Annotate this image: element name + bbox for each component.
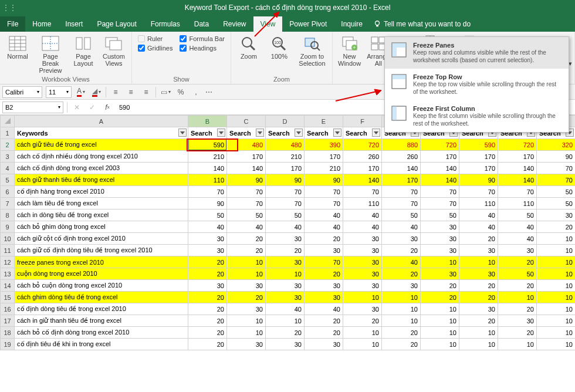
cell[interactable]: 10: [266, 268, 305, 280]
cell[interactable]: 30: [266, 280, 305, 292]
cell[interactable]: 10: [459, 339, 498, 350]
cell[interactable]: 70: [537, 174, 576, 186]
cell[interactable]: 70: [188, 186, 227, 198]
table-row[interactable]: 9cách bỏ ghim dòng trong excel4040404040…: [1, 221, 576, 233]
cell[interactable]: cách bỏ cố định dòng trong excel 2010: [15, 327, 188, 339]
cell[interactable]: cố định dòng tiêu đề trong excel 2010: [15, 303, 188, 315]
cell[interactable]: 20: [305, 327, 343, 339]
freeze-panes-item[interactable]: Freeze PanesKeep rows and columns visibl…: [385, 37, 569, 69]
cell[interactable]: 20: [305, 268, 343, 280]
cell[interactable]: 140: [498, 163, 537, 174]
cell[interactable]: 10: [459, 327, 498, 339]
tab-view[interactable]: View: [253, 16, 283, 32]
percent-button[interactable]: %: [175, 86, 187, 98]
cell[interactable]: cách giữ cố định dòng tiêu đề trong exce…: [15, 245, 188, 256]
cell[interactable]: 110: [188, 174, 227, 186]
freeze-top-row-item[interactable]: Freeze Top RowKeep the top row visible w…: [385, 69, 569, 100]
table-row[interactable]: 6cố định hàng trong excel 20107070707070…: [1, 186, 576, 198]
cell[interactable]: 40: [343, 209, 382, 221]
cell[interactable]: 20: [498, 303, 537, 315]
cell[interactable]: 70: [343, 186, 382, 198]
cell[interactable]: 110: [459, 198, 498, 209]
row-header[interactable]: 12: [1, 256, 15, 268]
cell[interactable]: 70: [382, 198, 421, 209]
table-row[interactable]: 7cách làm tiêu đề trong excel90707070110…: [1, 198, 576, 209]
table-row[interactable]: 13cuộn dòng trong excel 2010201010203020…: [1, 268, 576, 280]
row-header[interactable]: 15: [1, 292, 15, 303]
cell[interactable]: 30: [227, 303, 266, 315]
cell[interactable]: 30: [305, 280, 343, 292]
cell[interactable]: 110: [343, 198, 382, 209]
cell[interactable]: 20: [459, 315, 498, 327]
table-row[interactable]: 5cách giữ thanh tiêu đề trong excel11090…: [1, 174, 576, 186]
cell[interactable]: 30: [459, 268, 498, 280]
cell[interactable]: 10: [382, 315, 421, 327]
cell[interactable]: 70: [382, 186, 421, 198]
cell[interactable]: 140: [421, 174, 459, 186]
cell[interactable]: 170: [266, 163, 305, 174]
cell[interactable]: 170: [343, 163, 382, 174]
cell[interactable]: 10: [537, 280, 576, 292]
cell[interactable]: 40: [305, 303, 343, 315]
cell[interactable]: 50: [537, 198, 576, 209]
comma-button[interactable]: ,: [190, 86, 202, 98]
cell[interactable]: cách ghim dòng tiêu đề trong excel: [15, 292, 188, 303]
tab-formulas[interactable]: Formulas: [144, 16, 187, 32]
cell[interactable]: 720: [343, 139, 382, 151]
tab-inquire[interactable]: Inquire: [334, 16, 370, 32]
cell[interactable]: 20: [188, 292, 227, 303]
cell[interactable]: 10: [537, 245, 576, 256]
cell[interactable]: 40: [188, 221, 227, 233]
zoom-100-button[interactable]: 100 100%: [265, 34, 293, 60]
fill-color-button[interactable]: ◢▾: [90, 86, 102, 98]
cell[interactable]: 10: [459, 256, 498, 268]
cell[interactable]: 10: [343, 292, 382, 303]
cell[interactable]: 10: [537, 303, 576, 315]
tab-home[interactable]: Home: [25, 16, 58, 32]
cell[interactable]: 20: [382, 268, 421, 280]
spreadsheet-grid[interactable]: A B C D E F G H I J K 1KeywordsSearchSea…: [0, 115, 575, 350]
align-right-button[interactable]: ≡: [140, 86, 152, 98]
cell[interactable]: 70: [266, 186, 305, 198]
cell[interactable]: 10: [498, 292, 537, 303]
zoom-button[interactable]: Zoom: [235, 34, 263, 60]
cell[interactable]: 20: [266, 327, 305, 339]
cell[interactable]: 30: [305, 292, 343, 303]
cell[interactable]: 40: [266, 303, 305, 315]
table-row[interactable]: 15cách ghim dòng tiêu đề trong excel2020…: [1, 292, 576, 303]
cell[interactable]: 40: [382, 256, 421, 268]
cell[interactable]: 70: [421, 198, 459, 209]
fx-button[interactable]: fx: [102, 102, 113, 113]
tab-insert[interactable]: Insert: [58, 16, 90, 32]
filter-button[interactable]: [178, 129, 187, 137]
cell[interactable]: 20: [382, 245, 421, 256]
cell[interactable]: 40: [305, 221, 343, 233]
cell[interactable]: 10: [537, 268, 576, 280]
cell[interactable]: 480: [227, 139, 266, 151]
cell[interactable]: 90: [305, 174, 343, 186]
cancel-entry-button[interactable]: ✕: [71, 102, 83, 113]
cell[interactable]: cách cố định nhiều dòng trong excel 2010: [15, 151, 188, 163]
cell[interactable]: cuộn dòng trong excel 2010: [15, 268, 188, 280]
qat-handle[interactable]: ⋮⋮: [2, 4, 16, 12]
font-color-button[interactable]: A▾: [75, 86, 87, 98]
cell[interactable]: 30: [305, 339, 343, 350]
cell[interactable]: 70: [537, 163, 576, 174]
font-size-combo[interactable]: 11▾: [46, 86, 72, 98]
cell[interactable]: 20: [459, 233, 498, 245]
cell[interactable]: 90: [537, 151, 576, 163]
confirm-entry-button[interactable]: ✓: [86, 102, 98, 113]
cell[interactable]: 260: [382, 151, 421, 163]
cell[interactable]: 30: [421, 221, 459, 233]
cell[interactable]: 40: [266, 221, 305, 233]
cell[interactable]: 50: [498, 209, 537, 221]
cell[interactable]: 140: [188, 163, 227, 174]
cell[interactable]: Search: [188, 127, 227, 139]
cell[interactable]: 10: [421, 256, 459, 268]
cell[interactable]: 90: [227, 174, 266, 186]
cell[interactable]: cách bỏ ghim dòng trong excel: [15, 221, 188, 233]
cell[interactable]: 170: [227, 151, 266, 163]
table-row[interactable]: 8cách in dòng tiêu đề trong excel5050504…: [1, 209, 576, 221]
filter-button[interactable]: [372, 129, 380, 137]
filter-button[interactable]: [295, 129, 303, 137]
